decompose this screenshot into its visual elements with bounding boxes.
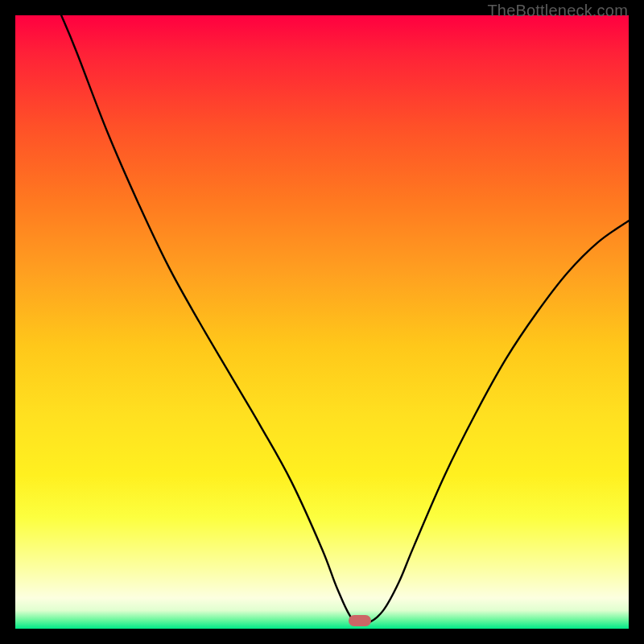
optimal-point-marker xyxy=(349,615,371,626)
chart-container: TheBottleneck.com xyxy=(0,0,644,644)
watermark-text: TheBottleneck.com xyxy=(487,2,628,20)
bottleneck-curve xyxy=(15,15,629,629)
